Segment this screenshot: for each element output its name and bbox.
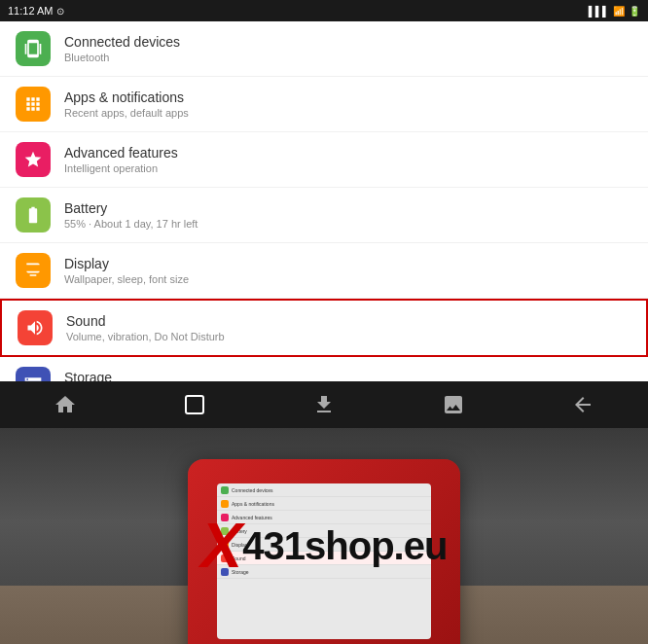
mini-icon-5 [221, 541, 229, 549]
video-section: Connected devices Apps & notifications A… [0, 428, 648, 644]
settings-item-connected-devices[interactable]: Connected devices Bluetooth [0, 21, 648, 77]
battery-full-icon [23, 205, 43, 225]
advanced-features-text: Advanced features Intelligent operation [64, 145, 632, 174]
connected-devices-text: Connected devices Bluetooth [64, 34, 632, 63]
status-bar: 11:12 AM ⊙ ▌▌▌ 📶 🔋 [0, 0, 648, 21]
nav-bar [0, 381, 648, 428]
apps-icon-box [16, 87, 51, 122]
battery-icon-box [16, 197, 51, 233]
device-mini-row-3: Advanced features [217, 511, 431, 524]
mini-icon-1 [221, 486, 229, 494]
settings-list: Connected devices Bluetooth Apps & notif… [0, 21, 648, 381]
storage-title: Storage [64, 370, 632, 381]
mini-icon-4 [221, 527, 229, 535]
home-icon [54, 393, 77, 416]
device-container: Connected devices Apps & notifications A… [188, 449, 460, 644]
apps-icon [23, 94, 43, 114]
square-icon [183, 393, 206, 416]
sound-subtitle: Volume, vibration, Do Not Disturb [66, 331, 630, 342]
device-screen-content: Connected devices Apps & notifications A… [217, 483, 431, 639]
settings-item-storage[interactable]: Storage 31% used · 43.85 GB free [0, 357, 648, 381]
status-time: 11:12 AM [8, 5, 53, 17]
connected-devices-icon-box [16, 31, 51, 66]
status-bar-left: 11:12 AM ⊙ [8, 5, 64, 17]
settings-item-display[interactable]: Display Wallpaper, sleep, font size [0, 243, 648, 299]
settings-item-sound[interactable]: Sound Volume, vibration, Do Not Disturb [0, 299, 648, 357]
svg-rect-0 [186, 396, 203, 413]
mini-icon-6 [221, 555, 229, 562]
advanced-features-title: Advanced features [64, 145, 632, 161]
advanced-features-icon-box [16, 142, 51, 177]
apps-notifications-subtitle: Recent apps, default apps [64, 107, 632, 119]
advanced-features-subtitle: Intelligent operation [64, 162, 632, 174]
video-background: Connected devices Apps & notifications A… [0, 428, 648, 644]
apps-notifications-title: Apps & notifications [64, 89, 632, 105]
device-mini-row-7: Storage [217, 565, 431, 579]
wifi-icon: 📶 [613, 6, 625, 17]
device-mini-row-2: Apps & notifications [217, 497, 431, 511]
download-icon [312, 393, 336, 416]
device-mini-row-6: Sound [217, 552, 431, 565]
sound-icon-box [18, 310, 53, 345]
storage-icon-box [16, 367, 51, 381]
download-button[interactable] [301, 381, 347, 428]
home-button[interactable] [42, 381, 89, 428]
battery-title: Battery [64, 200, 632, 216]
storage-text: Storage 31% used · 43.85 GB free [64, 370, 632, 381]
display-text: Display Wallpaper, sleep, font size [64, 256, 632, 285]
display-subtitle: Wallpaper, sleep, font size [64, 273, 632, 285]
display-icon [23, 261, 43, 280]
sound-icon [25, 318, 45, 338]
battery-text: Battery 55% · About 1 day, 17 hr left [64, 200, 632, 230]
connected-devices-title: Connected devices [64, 34, 632, 50]
display-icon-box [16, 253, 51, 288]
device-screen: Connected devices Apps & notifications A… [217, 483, 431, 639]
devices-icon [23, 39, 43, 58]
connected-devices-subtitle: Bluetooth [64, 52, 632, 63]
settings-item-advanced-features[interactable]: Advanced features Intelligent operation [0, 132, 648, 188]
settings-item-apps-notifications[interactable]: Apps & notifications Recent apps, defaul… [0, 77, 648, 132]
device-mini-row-1: Connected devices [217, 483, 431, 497]
device-outer: Connected devices Apps & notifications A… [188, 459, 460, 644]
settings-item-battery[interactable]: Battery 55% · About 1 day, 17 hr left [0, 188, 648, 243]
status-bar-right: ▌▌▌ 📶 🔋 [589, 6, 640, 17]
mini-icon-2 [221, 500, 229, 508]
gallery-button[interactable] [430, 381, 477, 428]
battery-icon: 🔋 [629, 6, 640, 17]
storage-icon [23, 375, 43, 381]
sound-text: Sound Volume, vibration, Do Not Disturb [66, 313, 630, 342]
star-icon [23, 150, 43, 169]
signal-icon: ▌▌▌ [589, 6, 609, 17]
device-mini-row-4: Battery [217, 524, 431, 538]
display-title: Display [64, 256, 632, 271]
recents-button[interactable] [171, 381, 218, 428]
mini-icon-7 [221, 568, 229, 576]
image-icon [442, 393, 465, 416]
back-button[interactable] [559, 381, 606, 428]
back-icon [571, 393, 594, 416]
device-mini-row-5: Display [217, 538, 431, 552]
status-extra-icon: ⊙ [56, 6, 64, 17]
apps-notifications-text: Apps & notifications Recent apps, defaul… [64, 89, 632, 119]
mini-icon-3 [221, 514, 229, 521]
sound-title: Sound [66, 313, 630, 329]
battery-subtitle: 55% · About 1 day, 17 hr left [64, 218, 632, 230]
